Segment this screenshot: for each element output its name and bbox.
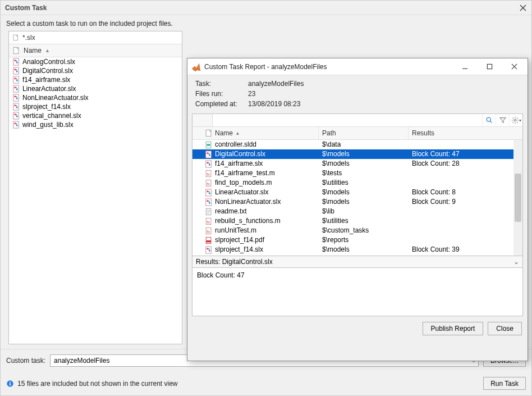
status-text: 15 files are included but not shown in t…: [17, 380, 178, 388]
slx-icon: [12, 67, 20, 75]
cell-name: DigitalControl.slx: [215, 149, 265, 159]
slx-icon: [205, 189, 213, 197]
file-name: vertical_channel.slx: [22, 112, 81, 120]
cell-path: $\custom_tasks: [319, 226, 409, 235]
instruction-text: Select a custom task to run on the inclu…: [1, 15, 531, 31]
document-icon: [205, 129, 213, 137]
table-row[interactable]: DigitalControl.slx$\modelsBlock Count: 4…: [192, 149, 522, 159]
cell-path: $\data: [319, 140, 409, 149]
scrollbar[interactable]: [513, 140, 522, 256]
slx-icon: [205, 198, 213, 206]
pdf-icon: [205, 236, 213, 244]
publish-report-button[interactable]: Publish Report: [423, 322, 484, 335]
file-name: DigitalControl.slx: [22, 67, 73, 75]
list-item[interactable]: LinearActuator.slx: [9, 84, 182, 93]
table-row[interactable]: NonLinearActuator.slx$\modelsBlock Count…: [192, 197, 522, 207]
cell-results: Block Count: 39: [409, 245, 522, 254]
report-table: ▾ Name ▲ Path Results controller.sldd$\d…: [192, 113, 523, 256]
file-name: wind_gust_lib.slx: [22, 121, 74, 129]
sort-asc-icon: ▲: [235, 130, 240, 136]
file-name: f14_airframe.slx: [22, 76, 70, 84]
task-value: analyzeModelFiles: [248, 80, 520, 88]
table-row[interactable]: f14_airframe_test.m$\tests: [192, 169, 522, 178]
list-item[interactable]: DigitalControl.slx: [9, 66, 182, 75]
results-header[interactable]: Results: DigitalControl.slx ⌄: [192, 256, 523, 268]
cell-path: $\utilities: [319, 216, 409, 226]
file-name: LinearActuator.slx: [22, 85, 76, 93]
cell-name: f14_airframe_test.m: [215, 169, 275, 178]
window-title: Custom Task: [5, 4, 47, 12]
slx-icon: [12, 121, 20, 129]
gear-icon[interactable]: ▾: [509, 114, 522, 126]
slx-icon: [12, 76, 20, 84]
cell-name: readme.txt: [215, 207, 247, 216]
name-header-label: Name: [24, 47, 42, 54]
custom-task-label: Custom task:: [6, 357, 45, 365]
cell-results: Block Count: 47: [409, 149, 522, 159]
table-row[interactable]: find_top_models.m$\utilities: [192, 178, 522, 188]
files-run-value: 23: [248, 90, 520, 98]
cell-name: find_top_models.m: [215, 178, 272, 188]
cell-name: slproject_f14.pdf: [215, 235, 264, 245]
filter-row[interactable]: *.slx: [9, 31, 182, 44]
m-icon: [205, 170, 213, 177]
table-row[interactable]: slproject_f14.slx$\modelsBlock Count: 39: [192, 245, 522, 254]
col-path[interactable]: Path: [319, 127, 409, 139]
table-row[interactable]: readme.txt$\lib: [192, 207, 522, 216]
table-row[interactable]: f14_airframe.slx$\modelsBlock Count: 28: [192, 159, 522, 169]
sort-asc-icon: ▲: [45, 48, 50, 53]
report-titlebar[interactable]: Custom Task Report - analyzeModelFiles: [187, 58, 528, 75]
search-input[interactable]: [213, 114, 482, 126]
slx-icon: [12, 103, 20, 111]
list-item[interactable]: f14_airframe.slx: [9, 75, 182, 84]
report-dialog: Custom Task Report - analyzeModelFiles T…: [187, 58, 528, 361]
search-gutter: [192, 114, 213, 126]
report-title: Custom Task Report - analyzeModelFiles: [204, 63, 452, 71]
table-row[interactable]: controller.sldd$\data: [192, 140, 522, 149]
close-button[interactable]: [502, 59, 526, 75]
filter-pattern: *.slx: [22, 34, 35, 42]
custom-task-value: analyzeModelFiles: [54, 357, 109, 365]
cell-name: slproject_f14.slx: [215, 245, 263, 254]
results-body: Block Count: 47: [192, 268, 523, 316]
document-icon: [12, 47, 20, 54]
cell-results: Block Count: 9: [409, 197, 522, 207]
run-task-button[interactable]: Run Task: [483, 377, 526, 390]
cell-path: $\utilities: [319, 178, 409, 188]
table-row[interactable]: runUnitTest.m$\custom_tasks: [192, 226, 522, 235]
cell-path: $\models: [319, 149, 409, 159]
cell-results: Block Count: 8: [409, 188, 522, 197]
file-list: AnalogControl.slxDigitalControl.slxf14_a…: [9, 57, 182, 129]
list-item[interactable]: AnalogControl.slx: [9, 57, 182, 66]
completed-value: 13/08/2019 08:23: [248, 100, 520, 108]
txt-icon: [205, 208, 213, 216]
list-item[interactable]: slproject_f14.slx: [9, 102, 182, 111]
slx-icon: [205, 151, 213, 158]
task-label: Task:: [195, 80, 246, 88]
minimize-button[interactable]: [452, 59, 477, 75]
table-row[interactable]: rebuild_s_functions.m$\utilities: [192, 216, 522, 226]
list-item[interactable]: wind_gust_lib.slx: [9, 120, 182, 129]
slx-icon: [12, 58, 20, 66]
cell-path: $\models: [319, 188, 409, 197]
cell-name: controller.sldd: [215, 140, 256, 149]
filter-icon[interactable]: [496, 114, 509, 126]
filter-open-icon: [12, 34, 19, 41]
close-icon[interactable]: [517, 3, 529, 13]
col-results[interactable]: Results: [409, 127, 522, 139]
col-name[interactable]: Name ▲: [192, 127, 319, 139]
titlebar[interactable]: Custom Task: [1, 1, 531, 15]
maximize-button[interactable]: [477, 59, 502, 75]
close-report-button[interactable]: Close: [488, 322, 522, 335]
table-row[interactable]: LinearActuator.slx$\modelsBlock Count: 8: [192, 188, 522, 197]
results-header-text: Results: DigitalControl.slx: [196, 258, 273, 266]
name-column-header[interactable]: Name ▲: [9, 44, 182, 57]
cell-path: $\models: [319, 245, 409, 254]
cell-path: $\lib: [319, 207, 409, 216]
cell-path: $\models: [319, 159, 409, 169]
list-item[interactable]: vertical_channel.slx: [9, 111, 182, 120]
cell-results: Block Count: 28: [409, 159, 522, 169]
list-item[interactable]: NonLinearActuator.slx: [9, 93, 182, 102]
table-row[interactable]: slproject_f14.pdf$\reports: [192, 235, 522, 245]
search-icon[interactable]: [482, 114, 496, 126]
